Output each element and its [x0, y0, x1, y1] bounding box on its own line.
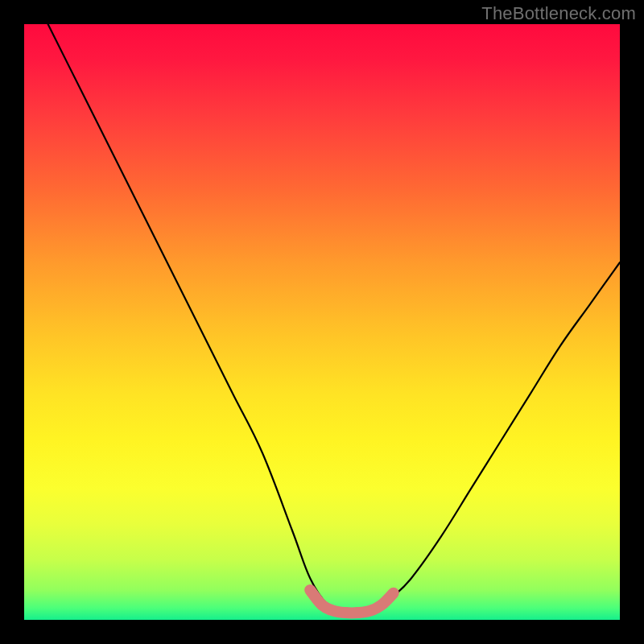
curve-layer	[24, 24, 620, 620]
watermark-text: TheBottleneck.com	[481, 3, 636, 24]
plot-area	[24, 24, 620, 620]
valley-highlight	[310, 590, 394, 613]
main-curve	[48, 24, 620, 613]
chart-frame: TheBottleneck.com	[0, 0, 644, 644]
